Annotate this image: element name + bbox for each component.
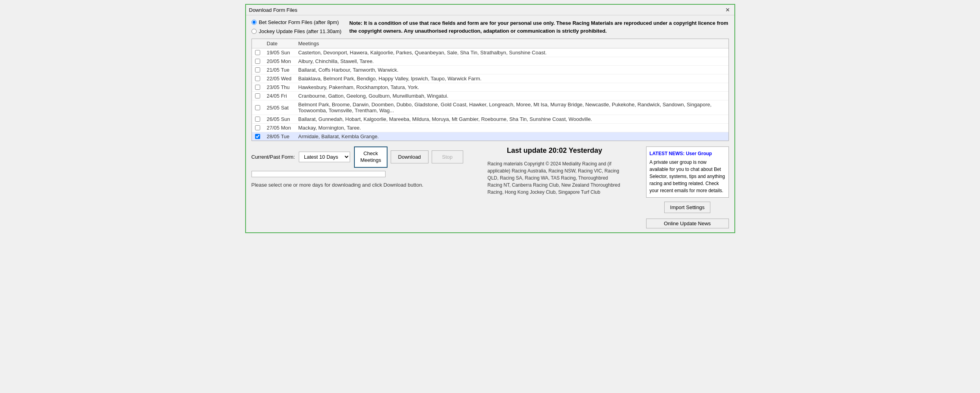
row-meetings: Mackay, Mornington, Taree. xyxy=(298,125,725,131)
row-meetings: Hawkesbury, Pakenham, Rockhampton, Tatur… xyxy=(298,84,725,90)
row-date: 28/05 Tue xyxy=(267,133,298,139)
download-button[interactable]: Download xyxy=(391,150,429,163)
form-period-select[interactable]: Latest 10 Days Latest 20 Days Latest 30 … xyxy=(299,152,350,162)
col-header-meetings: Meetings xyxy=(298,41,725,46)
radio-jockey-update-label: Jockey Update Files (after 11.30am) xyxy=(259,28,342,34)
radio-jockey-update-input[interactable] xyxy=(252,29,257,34)
news-body: A private user group is now available fo… xyxy=(650,159,725,194)
row-checkbox-cell xyxy=(255,76,267,81)
table-row[interactable]: 27/05 MonMackay, Mornington, Taree. xyxy=(252,124,728,132)
row-checkbox-cell xyxy=(255,50,267,55)
form-row: Current/Past Form: Latest 10 Days Latest… xyxy=(252,146,463,168)
row-checkbox[interactable] xyxy=(255,67,260,72)
row-date: 22/05 Wed xyxy=(267,76,298,82)
row-checkbox-cell xyxy=(255,105,267,110)
table-row[interactable]: 22/05 WedBalaklava, Belmont Park, Bendig… xyxy=(252,74,728,83)
row-date: 27/05 Mon xyxy=(267,125,298,131)
radio-bet-selector-input[interactable] xyxy=(252,20,257,25)
radio-bet-selector-label: Bet Selector Form Files (after 8pm) xyxy=(259,19,339,25)
row-checkbox[interactable] xyxy=(255,50,260,55)
progress-bar xyxy=(252,171,386,177)
top-section: Bet Selector Form Files (after 8pm) Jock… xyxy=(252,19,729,35)
table-header: Date Meetings xyxy=(252,39,728,48)
row-meetings: Ballarat, Gunnedah, Hobart, Kalgoorlie, … xyxy=(298,116,725,122)
radio-bet-selector[interactable]: Bet Selector Form Files (after 8pm) xyxy=(252,19,342,25)
table-row[interactable]: 26/05 SunBallarat, Gunnedah, Hobart, Kal… xyxy=(252,115,728,124)
row-checkbox[interactable] xyxy=(255,76,260,81)
row-meetings: Albury, Chinchilla, Stawell, Taree. xyxy=(298,58,725,64)
content-area: Bet Selector Form Files (after 8pm) Jock… xyxy=(246,15,734,232)
row-date: 21/05 Tue xyxy=(267,67,298,73)
row-checkbox-cell xyxy=(255,125,267,130)
row-checkbox[interactable] xyxy=(255,125,260,130)
current-form-label: Current/Past Form: xyxy=(252,154,295,160)
row-meetings: Ballarat, Coffs Harbour, Tamworth, Warwi… xyxy=(298,67,725,73)
meetings-table: Date Meetings 19/05 SunCasterton, Devonp… xyxy=(252,39,729,141)
table-row[interactable]: 21/05 TueBallarat, Coffs Harbour, Tamwor… xyxy=(252,66,728,74)
row-checkbox-cell xyxy=(255,117,267,122)
table-row[interactable]: 23/05 ThuHawkesbury, Pakenham, Rockhampt… xyxy=(252,83,728,92)
close-button[interactable]: ✕ xyxy=(724,6,731,13)
center-section: Last update 20:02 Yesterday Racing mater… xyxy=(470,146,640,196)
notice-text: Note: It is a condition of use that race… xyxy=(349,19,728,35)
copyright-text: Racing materials Copyright © 2024 Medial… xyxy=(488,160,622,196)
bottom-section: Current/Past Form: Latest 10 Days Latest… xyxy=(252,146,729,228)
import-row: Import Settings xyxy=(646,202,729,213)
action-buttons: CheckMeetings Download Stop xyxy=(354,146,463,168)
table-row[interactable]: 20/05 MonAlbury, Chinchilla, Stawell, Ta… xyxy=(252,57,728,66)
news-box: LATEST NEWS: User Group A private user g… xyxy=(646,146,729,198)
main-window: Download Form Files ✕ Bet Selector Form … xyxy=(245,4,735,233)
row-meetings: Cranbourne, Gatton, Geelong, Goulburn, M… xyxy=(298,93,725,99)
row-checkbox[interactable] xyxy=(255,134,260,139)
left-controls: Current/Past Form: Latest 10 Days Latest… xyxy=(252,146,463,188)
row-meetings: Belmont Park, Broome, Darwin, Doomben, D… xyxy=(298,102,725,113)
status-text: Please select one or more days for downl… xyxy=(252,182,463,188)
row-checkbox[interactable] xyxy=(255,93,260,98)
row-date: 19/05 Sun xyxy=(267,50,298,56)
row-date: 24/05 Fri xyxy=(267,93,298,99)
row-meetings: Casterton, Devonport, Hawera, Kalgoorlie… xyxy=(298,50,725,56)
online-update-news-button[interactable]: Online Update News xyxy=(646,219,729,228)
file-type-radio-group: Bet Selector Form Files (after 8pm) Jock… xyxy=(252,19,342,34)
row-date: 23/05 Thu xyxy=(267,84,298,90)
right-section: LATEST NEWS: User Group A private user g… xyxy=(646,146,729,228)
row-checkbox-cell xyxy=(255,93,267,98)
table-rows: 19/05 SunCasterton, Devonport, Hawera, K… xyxy=(252,48,728,141)
row-checkbox[interactable] xyxy=(255,85,260,90)
row-meetings: Armidale, Ballarat, Kembla Grange. xyxy=(298,133,725,139)
row-checkbox[interactable] xyxy=(255,117,260,122)
title-bar: Download Form Files ✕ xyxy=(246,5,734,15)
row-checkbox-cell xyxy=(255,59,267,64)
table-row[interactable]: 28/05 TueArmidale, Ballarat, Kembla Gran… xyxy=(252,132,728,141)
stop-button[interactable]: Stop xyxy=(432,150,463,163)
table-row[interactable]: 25/05 SatBelmont Park, Broome, Darwin, D… xyxy=(252,100,728,115)
col-header-date: Date xyxy=(267,41,298,46)
row-checkbox-cell xyxy=(255,85,267,90)
row-date: 20/05 Mon xyxy=(267,58,298,64)
last-update-text: Last update 20:02 Yesterday xyxy=(507,146,602,155)
table-row[interactable]: 24/05 FriCranbourne, Gatton, Geelong, Go… xyxy=(252,92,728,100)
row-date: 25/05 Sat xyxy=(267,105,298,111)
row-checkbox-cell xyxy=(255,134,267,139)
row-checkbox-cell xyxy=(255,67,267,72)
row-checkbox[interactable] xyxy=(255,59,260,64)
row-meetings: Balaklava, Belmont Park, Bendigo, Happy … xyxy=(298,76,725,82)
check-meetings-button[interactable]: CheckMeetings xyxy=(354,146,388,168)
import-settings-button[interactable]: Import Settings xyxy=(664,202,710,213)
row-checkbox[interactable] xyxy=(255,105,260,110)
radio-jockey-update[interactable]: Jockey Update Files (after 11.30am) xyxy=(252,28,342,34)
window-title: Download Form Files xyxy=(249,7,298,13)
row-date: 26/05 Sun xyxy=(267,116,298,122)
table-row[interactable]: 19/05 SunCasterton, Devonport, Hawera, K… xyxy=(252,48,728,57)
news-title: LATEST NEWS: User Group xyxy=(650,150,725,157)
